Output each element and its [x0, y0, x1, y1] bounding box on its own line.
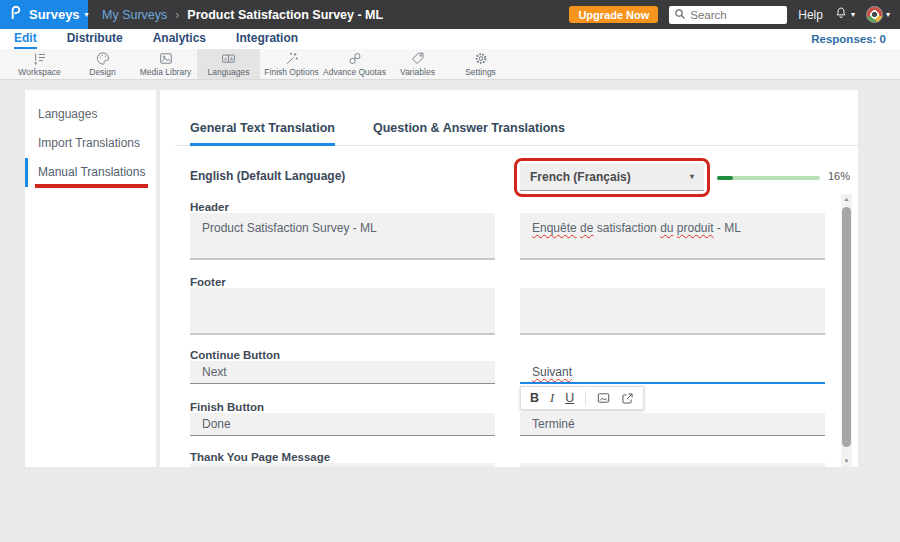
svg-text:A: A: [230, 56, 234, 62]
nav-item-analytics[interactable]: Analytics: [153, 29, 206, 49]
thank-you-translation-input[interactable]: [520, 463, 825, 467]
scrollbar-thumb[interactable]: [842, 207, 851, 447]
toolbar-item-languages[interactable]: xA Languages: [197, 49, 260, 79]
variables-icon: [410, 51, 426, 66]
product-switcher[interactable]: Surveys ▾: [0, 0, 88, 29]
topbar-actions: Upgrade Now Help ▾ ▾: [569, 6, 900, 24]
continue-button-translation-input[interactable]: Suivant: [520, 361, 825, 384]
continue-button-source-input[interactable]: Next: [190, 361, 495, 384]
global-search[interactable]: [669, 6, 787, 24]
questionpro-logo-icon: [7, 4, 24, 25]
search-icon: [674, 6, 686, 24]
responses-count[interactable]: Responses: 0: [811, 33, 886, 45]
toolbar-item-media-library[interactable]: Media Library: [134, 49, 197, 79]
chevron-down-icon: ▾: [851, 11, 855, 19]
header-source-textarea[interactable]: Product Satisfaction Survey - ML: [190, 213, 495, 260]
rich-text-toolbar: B I U: [520, 386, 644, 410]
annotation-box: French (Français) ▾: [514, 158, 710, 197]
thank-you-source-input[interactable]: [190, 463, 495, 467]
nav-item-distribute[interactable]: Distribute: [67, 29, 123, 49]
breadcrumb: My Surveys › Product Satisfaction Survey…: [102, 8, 383, 22]
languages-icon: xA: [220, 51, 237, 66]
footer-translation-textarea[interactable]: [520, 288, 825, 335]
bell-icon: [834, 6, 848, 24]
finish-button-source-input[interactable]: Done: [190, 413, 495, 436]
finish-button-field-label: Finish Button: [190, 401, 264, 413]
translation-tabs: General Text Translation Question & Answ…: [175, 117, 858, 146]
toolbar-divider: [585, 391, 586, 405]
finish-button-translation-input[interactable]: Terminé: [520, 413, 825, 436]
breadcrumb-separator: ›: [175, 8, 179, 22]
account-menu[interactable]: ▾: [866, 6, 890, 23]
scroll-up-arrow-icon[interactable]: ▲: [841, 196, 852, 202]
media-library-icon: [158, 51, 174, 66]
translation-progress-bar: [717, 176, 820, 180]
footer-source-textarea[interactable]: [190, 288, 495, 335]
user-avatar: [866, 6, 883, 23]
tab-general-text-translation[interactable]: General Text Translation: [190, 117, 335, 146]
top-bar: Surveys ▾ My Surveys › Product Satisfact…: [0, 0, 900, 29]
sidebar-item-languages[interactable]: Languages: [25, 100, 156, 129]
translation-progress-fill: [717, 176, 733, 180]
sidebar-item-import-translations[interactable]: Import Translations: [25, 129, 156, 158]
manual-translations-panel: General Text Translation Question & Answ…: [160, 90, 858, 467]
global-search-input[interactable]: [690, 9, 778, 21]
chevron-down-icon: ▾: [85, 11, 89, 19]
survey-toolbar: Workspace Design Media Library xA Langua…: [0, 49, 900, 80]
underline-button[interactable]: U: [565, 391, 574, 405]
toolbar-item-advance-quotas[interactable]: Advance Quotas: [323, 49, 386, 79]
help-link[interactable]: Help: [798, 8, 823, 22]
finish-options-icon: [284, 51, 300, 66]
thank-you-field-label: Thank You Page Message: [190, 451, 330, 463]
toolbar-item-variables[interactable]: Variables: [386, 49, 449, 79]
toolbar-item-design[interactable]: Design: [71, 49, 134, 79]
bold-button[interactable]: B: [530, 391, 539, 405]
target-language-value: French (Français): [530, 170, 631, 184]
footer-field-label: Footer: [190, 276, 226, 288]
translations-sidebar: Languages Import Translations Manual Tra…: [25, 90, 156, 467]
toolbar-item-workspace[interactable]: Workspace: [8, 49, 71, 79]
translation-progress-percent: 16%: [828, 170, 850, 182]
source-language-label: English (Default Language): [190, 169, 345, 183]
header-translation-textarea[interactable]: Enquête de satisfaction du produit - ML: [520, 213, 825, 260]
svg-text:x: x: [224, 56, 227, 62]
advance-quotas-icon: [347, 51, 363, 66]
upgrade-now-button[interactable]: Upgrade Now: [569, 6, 658, 23]
insert-link-button[interactable]: [621, 392, 634, 405]
header-field-label: Header: [190, 201, 229, 213]
toolbar-item-finish-options[interactable]: Finish Options: [260, 49, 323, 79]
insert-image-button[interactable]: [597, 392, 610, 404]
toolbar-item-settings[interactable]: Settings: [449, 49, 512, 79]
design-icon: [95, 51, 111, 66]
italic-button[interactable]: I: [550, 391, 554, 406]
notifications-menu[interactable]: ▾: [834, 6, 855, 24]
nav-item-integration[interactable]: Integration: [236, 29, 298, 49]
target-language-dropdown[interactable]: French (Français) ▾: [520, 164, 704, 191]
sidebar-item-manual-translations[interactable]: Manual Translations: [25, 158, 156, 187]
product-name: Surveys: [29, 7, 80, 22]
breadcrumb-my-surveys[interactable]: My Surveys: [102, 8, 167, 22]
chevron-down-icon: ▾: [690, 173, 694, 181]
primary-nav: Edit Distribute Analytics Integration Re…: [0, 29, 900, 49]
chevron-down-icon: ▾: [886, 11, 890, 19]
scroll-down-arrow-icon[interactable]: ▼: [841, 458, 852, 464]
continue-button-field-label: Continue Button: [190, 349, 280, 361]
vertical-scrollbar[interactable]: ▲ ▼: [841, 194, 852, 467]
nav-item-edit[interactable]: Edit: [14, 29, 37, 49]
survey-title: Product Satisfaction Survey - ML: [187, 8, 383, 22]
settings-icon: [473, 51, 489, 66]
workspace-icon: [32, 51, 48, 66]
tab-question-answer-translations[interactable]: Question & Answer Translations: [373, 117, 565, 146]
